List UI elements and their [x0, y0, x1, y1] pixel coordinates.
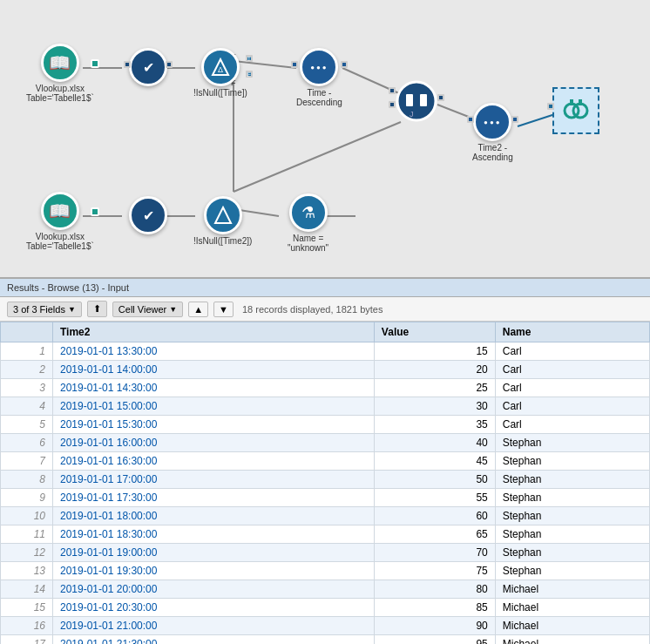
fields-label: 3 of 3 Fields	[13, 304, 65, 315]
results-title-bar: Results - Browse (13) - Input	[0, 279, 650, 297]
table-row[interactable]: 12019-01-01 13:30:0015Carl	[1, 342, 650, 361]
table-row[interactable]: 112019-01-01 18:30:0065Stephan	[1, 525, 650, 544]
check1-node[interactable]: ✔	[129, 48, 167, 86]
vlookup1-label: Vlookup.xlsxTable='Tabelle1$`	[26, 84, 94, 103]
cell-record: 8	[1, 471, 53, 489]
vlookup2-node[interactable]: 📖 Vlookup.xlsxTable='Tabelle1$`	[26, 192, 94, 251]
cell-value: 95	[374, 635, 495, 645]
table-row[interactable]: 62019-01-01 16:00:0040Stephan	[1, 434, 650, 452]
sort-asc-icon: ⬆	[93, 303, 101, 315]
col-record[interactable]	[1, 322, 53, 342]
table-row[interactable]: 122019-01-01 19:00:0070Stephan	[1, 544, 650, 562]
formula-icon: ⚗	[289, 193, 328, 232]
filter1-label: !IsNull([Time])	[193, 88, 247, 98]
sort2-label: Time2 -Ascending	[472, 143, 513, 162]
col-value[interactable]: Value	[374, 322, 495, 342]
table-row[interactable]: 172019-01-01 21:30:0095Michael	[1, 635, 650, 645]
scroll-down-btn[interactable]: ▼	[213, 302, 234, 317]
cell-time2: 2019-01-01 17:00:00	[53, 471, 375, 489]
check2-node[interactable]: ✔	[129, 196, 167, 234]
cell-name: Stephan	[495, 562, 649, 580]
cell-value: 40	[374, 434, 495, 452]
cell-value: 60	[374, 507, 495, 525]
data-table-wrapper[interactable]: Time2 Value Name 12019-01-01 13:30:0015C…	[0, 322, 650, 644]
cell-value: 65	[374, 525, 495, 544]
cell-time2: 2019-01-01 15:00:00	[53, 397, 375, 416]
filter1-icon: Δ	[201, 48, 240, 86]
table-row[interactable]: 22019-01-01 14:00:0020Carl	[1, 361, 650, 379]
cell-record: 5	[1, 416, 53, 434]
cell-name: Michael	[495, 635, 649, 645]
cell-record: 7	[1, 452, 53, 471]
cell-name: Stephan	[495, 544, 649, 562]
cell-name: Michael	[495, 599, 649, 617]
sort1-node[interactable]: ●●● Time -Descending	[296, 48, 342, 107]
join-node[interactable]: J	[394, 78, 439, 124]
cell-time2: 2019-01-01 20:00:00	[53, 580, 375, 599]
filter2-node[interactable]: !IsNull([Time2])	[193, 196, 252, 246]
cell-record: 10	[1, 507, 53, 525]
data-table: Time2 Value Name 12019-01-01 13:30:0015C…	[0, 322, 650, 644]
cell-record: 15	[1, 599, 53, 617]
table-header-row: Time2 Value Name	[1, 322, 650, 342]
vlookup1-node[interactable]: 📖 Vlookup.xlsxTable='Tabelle1$`	[26, 44, 94, 103]
results-toolbar: 3 of 3 Fields ▼ ⬆ Cell Viewer ▼ ▲ ▼ 18 r…	[0, 297, 650, 322]
fields-dropdown-btn[interactable]: 3 of 3 Fields ▼	[7, 302, 82, 317]
cell-viewer-dropdown-btn[interactable]: Cell Viewer ▼	[112, 302, 183, 317]
cell-time2: 2019-01-01 15:30:00	[53, 416, 375, 434]
cell-name: Michael	[495, 617, 649, 635]
table-row[interactable]: 72019-01-01 16:30:0045Stephan	[1, 452, 650, 471]
cell-value: 55	[374, 489, 495, 507]
table-row[interactable]: 92019-01-01 17:30:0055Stephan	[1, 489, 650, 507]
table-row[interactable]: 132019-01-01 19:30:0075Stephan	[1, 562, 650, 580]
cell-time2: 2019-01-01 16:30:00	[53, 452, 375, 471]
cell-time2: 2019-01-01 19:30:00	[53, 562, 375, 580]
table-row[interactable]: 32019-01-01 14:30:0025Carl	[1, 379, 650, 397]
cell-value: 50	[374, 471, 495, 489]
svg-rect-18	[420, 94, 427, 106]
table-row[interactable]: 162019-01-01 21:00:0090Michael	[1, 617, 650, 635]
cell-name: Carl	[495, 342, 649, 361]
cell-value: 25	[374, 379, 495, 397]
svg-text:J: J	[410, 110, 414, 119]
svg-line-5	[234, 122, 401, 192]
cell-record: 2	[1, 361, 53, 379]
cell-record: 17	[1, 635, 53, 645]
cell-name: Stephan	[495, 471, 649, 489]
filter1-node[interactable]: Δ !IsNull([Time]) T F	[193, 48, 247, 98]
sort2-node[interactable]: ●●● Time2 -Ascending	[472, 103, 513, 162]
sort-asc-btn[interactable]: ⬆	[87, 301, 107, 317]
table-row[interactable]: 52019-01-01 15:30:0035Carl	[1, 416, 650, 434]
col-name[interactable]: Name	[495, 322, 649, 342]
results-title: Results - Browse (13) - Input	[7, 282, 129, 293]
cell-record: 6	[1, 434, 53, 452]
vlookup1-icon: 📖	[41, 44, 79, 82]
scroll-up-btn[interactable]: ▲	[188, 302, 208, 317]
table-row[interactable]: 42019-01-01 15:00:0030Carl	[1, 397, 650, 416]
svg-text:Δ: Δ	[218, 65, 223, 74]
sort1-icon: ●●●	[300, 48, 338, 86]
svg-point-21	[573, 104, 587, 118]
cell-record: 1	[1, 342, 53, 361]
workflow-canvas: T F 📖 Vlookup.xlsxTable='Tabelle1$` ✔ Δ …	[0, 0, 650, 279]
cell-record: 4	[1, 397, 53, 416]
table-row[interactable]: 102019-01-01 18:00:0060Stephan	[1, 507, 650, 525]
vlookup2-icon: 📖	[41, 192, 79, 230]
table-row[interactable]: 142019-01-01 20:00:0080Michael	[1, 580, 650, 599]
cell-name: Stephan	[495, 489, 649, 507]
table-row[interactable]: 82019-01-01 17:00:0050Stephan	[1, 471, 650, 489]
cell-time2: 2019-01-01 14:00:00	[53, 361, 375, 379]
table-row[interactable]: 152019-01-01 20:30:0085Michael	[1, 599, 650, 617]
cell-value: 30	[374, 397, 495, 416]
sort2-icon: ●●●	[473, 103, 511, 141]
check2-icon: ✔	[129, 196, 167, 234]
cell-name: Carl	[495, 379, 649, 397]
cell-value: 35	[374, 416, 495, 434]
cell-time2: 2019-01-01 19:00:00	[53, 544, 375, 562]
cell-time2: 2019-01-01 14:30:00	[53, 379, 375, 397]
formula-node[interactable]: ⚗ Name ="unknown"	[288, 193, 328, 253]
cell-record: 3	[1, 379, 53, 397]
cell-value: 80	[374, 580, 495, 599]
cell-value: 90	[374, 617, 495, 635]
col-time2[interactable]: Time2	[53, 322, 375, 342]
